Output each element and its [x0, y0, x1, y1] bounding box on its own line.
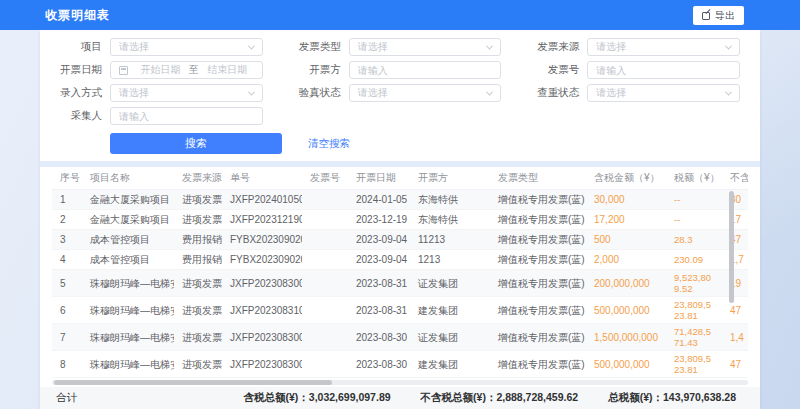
cell-no: 7: [52, 324, 82, 351]
filter-label: 验真状态: [289, 86, 341, 100]
table-row: 7珠穆朗玛峰—电梯安装进项发票JXFP202308300012023-08-30…: [52, 324, 748, 351]
column-header: 税额（¥）: [666, 167, 722, 190]
summary-row: 合计 含税总额(¥)：3,032,699,097.89不含税总额(¥)：2,88…: [40, 387, 760, 409]
cell-date: 2024-01-05: [348, 190, 410, 210]
cell-type: 增值税专用发票(蓝): [490, 210, 586, 230]
cell-order-no: FYBX20230902003: [222, 250, 302, 270]
cell-date: 2023-09-04: [348, 250, 410, 270]
cell-date: 2023-12-19: [348, 210, 410, 230]
export-icon: [702, 12, 710, 20]
export-button-label: 导出: [715, 9, 735, 23]
filter-label: 发票类型: [289, 40, 341, 54]
cell-invoice-no: [302, 250, 348, 270]
cell-tax: 71,428,571.43: [666, 324, 722, 351]
filter-grid: 项目请选择发票类型请选择发票来源请选择开票日期开始日期至结束日期开票方发票号录入…: [40, 30, 760, 125]
cell-excl: 30: [722, 190, 748, 210]
cell-issuer: 东海特供: [410, 210, 490, 230]
cell-date: 2023-08-31: [348, 270, 410, 297]
cell-amount: 2,000: [586, 250, 666, 270]
cell-type: 增值税专用发票(蓝): [490, 297, 586, 324]
cell-date: 2023-08-30: [348, 324, 410, 351]
filter-input[interactable]: [358, 65, 493, 76]
filter-select[interactable]: 请选择: [349, 38, 502, 56]
cell-order-no: FYBX20230902003: [222, 230, 302, 250]
cell-project: 珠穆朗玛峰—电梯安装: [82, 324, 174, 351]
cell-excl: 47: [722, 351, 748, 378]
vertical-scrollbar-thumb[interactable]: [729, 191, 734, 303]
filter-input-wrap: [587, 61, 740, 79]
cell-project: 金融大厦采购项目: [82, 190, 174, 210]
chevron-down-icon: [248, 88, 255, 95]
filter-select[interactable]: 请选择: [110, 38, 263, 56]
chevron-down-icon: [486, 42, 493, 49]
chevron-down-icon: [248, 42, 255, 49]
column-header: 发票号: [302, 167, 348, 190]
cell-tax: 9,523,809.52: [666, 270, 722, 297]
horizontal-scrollbar[interactable]: [52, 380, 748, 385]
filter-input[interactable]: [119, 111, 254, 122]
summary-item-label: 不含税总额(¥)：: [421, 391, 497, 403]
filter-select[interactable]: 请选择: [587, 84, 740, 102]
filter-field: 项目请选择: [50, 38, 263, 56]
summary-item: 不含税总额(¥)：2,888,728,459.62: [421, 391, 579, 405]
cell-source: 进项发票: [174, 351, 222, 378]
select-placeholder: 请选择: [119, 86, 149, 100]
cell-project: 成本管控项目: [82, 230, 174, 250]
cell-issuer: 证发集团: [410, 324, 490, 351]
cell-issuer: 建发集团: [410, 297, 490, 324]
chevron-down-icon: [486, 88, 493, 95]
cell-amount: 200,000,000: [586, 270, 666, 297]
cell-date: 2023-08-31: [348, 297, 410, 324]
summary-item-value: 143,970,638.28: [663, 391, 736, 403]
cell-tax: --: [666, 190, 722, 210]
cell-no: 5: [52, 270, 82, 297]
filter-label: 发票号: [527, 63, 579, 77]
select-placeholder: 请选择: [596, 40, 626, 54]
filter-field: 采集人: [50, 107, 263, 125]
select-placeholder: 请选择: [358, 40, 388, 54]
filter-select[interactable]: 请选择: [587, 38, 740, 56]
cell-no: 2: [52, 210, 82, 230]
cell-amount: 500,000,000: [586, 351, 666, 378]
clear-search-link[interactable]: 清空搜索: [308, 137, 350, 151]
cell-source: 费用报销: [174, 230, 222, 250]
cell-type: 增值税专用发票(蓝): [490, 250, 586, 270]
horizontal-scrollbar-thumb[interactable]: [54, 380, 332, 385]
cell-order-no: JXFP20230830002: [222, 270, 302, 297]
invoice-table: 序号项目名称发票来源单号发票号开票日期开票方发票类型含税金额（¥）税额（¥）不含…: [52, 167, 748, 378]
cell-invoice-no: [302, 270, 348, 297]
filter-input-wrap: [349, 61, 502, 79]
column-header: 序号: [52, 167, 82, 190]
filter-input[interactable]: [596, 65, 731, 76]
search-button[interactable]: 搜索: [110, 133, 282, 154]
filter-daterange[interactable]: 开始日期至结束日期: [110, 61, 263, 79]
daterange-start-placeholder: 开始日期: [134, 63, 187, 77]
page-title: 收票明细表: [45, 7, 110, 24]
cell-source: 费用报销: [174, 250, 222, 270]
filter-field: 发票类型请选择: [289, 38, 502, 56]
column-header: 不含税金额（¥）: [722, 167, 748, 190]
filter-select[interactable]: 请选择: [110, 84, 263, 102]
daterange-end-placeholder: 结束日期: [201, 63, 254, 77]
cell-invoice-no: [302, 324, 348, 351]
cell-tax: 230.09: [666, 250, 722, 270]
cell-invoice-no: [302, 210, 348, 230]
table-row: 4成本管控项目费用报销FYBX202309020032023-09-041213…: [52, 250, 748, 270]
filter-field: 开票方: [289, 61, 502, 79]
filter-select[interactable]: 请选择: [349, 84, 502, 102]
cell-issuer: 证发集团: [410, 270, 490, 297]
table-body: 1金融大厦采购项目进项发票JXFP202401050012024-01-05东海…: [52, 190, 748, 378]
cell-excl: 47: [722, 230, 748, 250]
cell-type: 增值税专用发票(蓝): [490, 324, 586, 351]
summary-item-label: 含税总额(¥)：: [243, 391, 308, 403]
cell-tax: 23,809,523.81: [666, 297, 722, 324]
filter-label: 项目: [50, 40, 102, 54]
cell-project: 珠穆朗玛峰—电梯安装: [82, 297, 174, 324]
column-header: 项目名称: [82, 167, 174, 190]
summary-item: 总税额(¥)：143,970,638.28: [608, 391, 736, 405]
export-button[interactable]: 导出: [693, 6, 744, 25]
filter-field: 开票日期开始日期至结束日期: [50, 61, 263, 79]
chevron-down-icon: [725, 88, 732, 95]
chevron-down-icon: [725, 42, 732, 49]
cell-amount: 500: [586, 230, 666, 250]
